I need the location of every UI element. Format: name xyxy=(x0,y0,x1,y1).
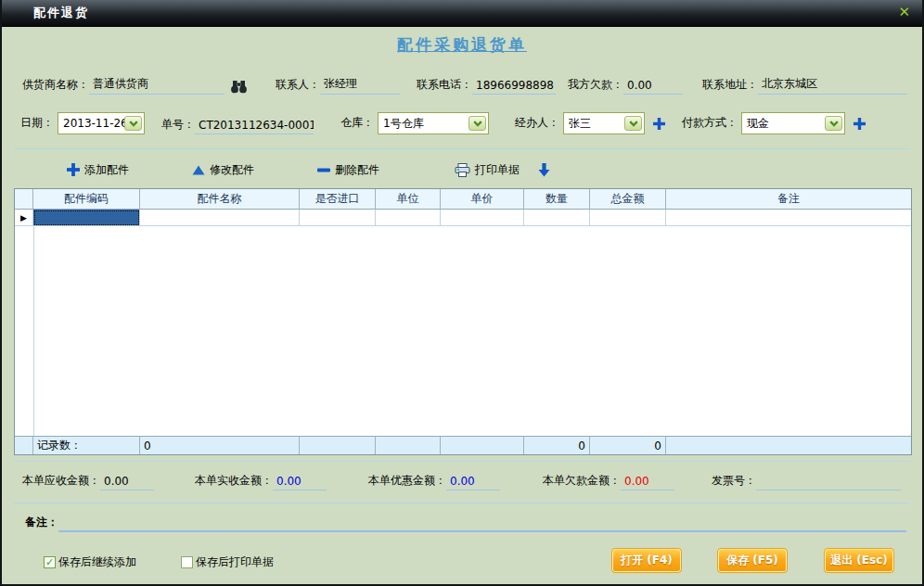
date-label: 日期： xyxy=(20,115,54,133)
checkbox-icon[interactable] xyxy=(181,556,193,568)
order-no-input[interactable]: CT2013112634-0001 xyxy=(195,119,314,134)
invoice-label: 发票号： xyxy=(712,473,756,490)
delete-part-label: 删除配件 xyxy=(335,162,379,178)
remarks-label: 备注： xyxy=(25,515,58,532)
date-value: 2013-11-26 xyxy=(60,117,124,130)
handler-value: 张三 xyxy=(566,116,624,132)
add-payment-icon[interactable] xyxy=(853,118,866,130)
selected-cell[interactable] xyxy=(33,210,140,226)
record-count-label: 记录数： xyxy=(33,436,140,454)
table-footer-row: 记录数： 0 0 0 xyxy=(15,436,911,454)
cell-quantity[interactable] xyxy=(524,210,590,226)
close-icon[interactable]: ✕ xyxy=(898,4,910,20)
triangle-up-icon xyxy=(192,165,205,175)
cell-unit-price[interactable] xyxy=(441,210,524,226)
header-marker-cell xyxy=(15,189,33,210)
discount-field: 本单优惠金额： 0.00 xyxy=(368,470,500,490)
footer-unit-cell xyxy=(376,436,441,454)
window-title: 配件退货 xyxy=(33,5,89,21)
phone-label: 联系电话： xyxy=(417,77,472,95)
cell-part-name[interactable] xyxy=(140,210,300,226)
remarks-field: 备注： xyxy=(25,512,906,532)
handler-select[interactable]: 张三 xyxy=(563,112,645,134)
payment-label: 付款方式： xyxy=(682,115,738,133)
move-down-button[interactable] xyxy=(538,159,550,180)
handler-field: 经办人： 张三 xyxy=(515,112,665,134)
header-quantity: 数量 xyxy=(524,189,590,210)
handler-dropdown-arrow-icon[interactable] xyxy=(624,116,642,131)
header-unit-price: 单价 xyxy=(441,189,524,210)
warehouse-field: 仓库： 1号仓库 xyxy=(340,112,489,134)
footer-marker-cell xyxy=(15,436,33,454)
save-continue-label: 保存后继续添加 xyxy=(58,554,136,570)
parts-table: 配件编码 配件名称 是否进口 单位 单价 数量 总金额 备注 ▶ 记录数： 0 xyxy=(14,188,912,455)
arrow-down-icon xyxy=(538,163,550,177)
add-handler-icon[interactable] xyxy=(653,118,665,130)
save-button[interactable]: 保存 (F5) xyxy=(717,548,788,573)
quantity-total-value: 0 xyxy=(524,436,590,454)
cell-unit[interactable] xyxy=(376,210,441,226)
receivable-field: 本单应收金额： 0.00 xyxy=(22,470,154,490)
warehouse-dropdown-arrow-icon[interactable] xyxy=(468,116,486,131)
separator xyxy=(14,148,910,149)
invoice-input[interactable] xyxy=(756,488,901,490)
date-dropdown-arrow-icon[interactable] xyxy=(124,116,142,131)
payment-select[interactable]: 现金 xyxy=(741,112,845,134)
cell-remarks[interactable] xyxy=(666,210,911,226)
address-input[interactable]: 北京东城区 xyxy=(758,76,907,95)
address-label: 联系地址： xyxy=(702,77,758,95)
table-header-row: 配件编码 配件名称 是否进口 单位 单价 数量 总金额 备注 xyxy=(15,189,911,210)
supplier-input[interactable]: 普通供货商 xyxy=(89,76,225,95)
footer-imported-cell xyxy=(300,436,376,454)
add-part-label: 添加配件 xyxy=(84,162,129,178)
debt-value: 0.00 xyxy=(621,475,674,490)
plus-icon xyxy=(67,163,80,176)
modify-part-button[interactable]: 修改配件 xyxy=(192,159,254,180)
separator xyxy=(14,461,910,462)
discount-input[interactable]: 0.00 xyxy=(446,475,500,490)
our-debt-label: 我方欠款： xyxy=(568,77,623,95)
marker-column-strip xyxy=(15,226,34,436)
printer-icon xyxy=(455,163,470,177)
warehouse-select[interactable]: 1号仓库 xyxy=(378,112,489,134)
order-no-label: 单号： xyxy=(161,117,195,134)
checkbox-icon[interactable] xyxy=(44,556,56,568)
warehouse-value: 1号仓库 xyxy=(380,116,468,132)
save-print-checkbox[interactable]: 保存后打印单据 xyxy=(181,554,274,570)
invoice-field: 发票号： xyxy=(712,470,901,490)
received-label: 本单实收金额： xyxy=(195,473,273,490)
cell-imported[interactable] xyxy=(300,210,376,226)
debt-field: 本单欠款金额： 0.00 xyxy=(543,470,674,490)
payment-field: 付款方式： 现金 xyxy=(682,112,866,134)
minus-icon xyxy=(317,168,330,172)
open-button[interactable]: 打开 (F4) xyxy=(611,548,682,573)
print-button[interactable]: 打印单据 xyxy=(455,159,520,180)
delete-part-button[interactable]: 删除配件 xyxy=(317,159,379,180)
modify-part-label: 修改配件 xyxy=(210,162,254,178)
table-row: ▶ xyxy=(15,210,911,226)
main-title-text: 配件采购退货单 xyxy=(397,35,527,54)
amount-total-value: 0 xyxy=(590,436,666,454)
exit-button[interactable]: 退出 (Esc) xyxy=(824,548,894,573)
phone-input[interactable]: 18966998898 xyxy=(472,79,556,95)
date-field: 日期： 2013-11-26 xyxy=(20,112,145,134)
order-no-field: 单号： CT2013112634-0001 xyxy=(161,112,314,134)
received-input[interactable]: 0.00 xyxy=(273,475,327,490)
contact-input[interactable]: 张经理 xyxy=(320,76,400,95)
receivable-label: 本单应收金额： xyxy=(22,473,100,490)
contact-label: 联系人： xyxy=(276,77,320,95)
cell-total-amount[interactable] xyxy=(590,210,666,226)
row-marker-icon: ▶ xyxy=(15,210,33,226)
save-continue-checkbox[interactable]: 保存后继续添加 xyxy=(44,554,136,570)
search-supplier-icon[interactable] xyxy=(230,80,248,94)
handler-label: 经办人： xyxy=(515,115,559,133)
date-select[interactable]: 2013-11-26 xyxy=(58,112,145,134)
save-print-label: 保存后打印单据 xyxy=(196,554,274,570)
remarks-input[interactable] xyxy=(58,529,906,532)
payment-dropdown-arrow-icon[interactable] xyxy=(825,116,842,131)
add-part-button[interactable]: 添加配件 xyxy=(67,159,129,180)
table-empty-body xyxy=(15,226,911,436)
header-imported: 是否进口 xyxy=(300,189,376,210)
separator xyxy=(14,503,910,503)
payment-value: 现金 xyxy=(744,116,825,132)
